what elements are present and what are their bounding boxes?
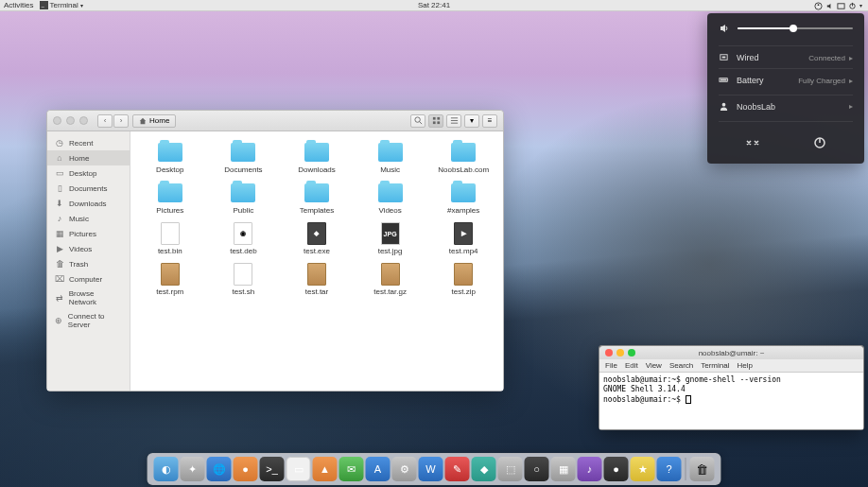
dock-tool5[interactable]: ▦ (551, 457, 576, 481)
settings-button[interactable] (741, 131, 764, 154)
list-view-button[interactable] (446, 114, 461, 128)
icon-view-button[interactable] (428, 114, 443, 128)
dock-finder[interactable]: ◐ (154, 457, 179, 481)
network-row[interactable]: Wired Connected▸ (719, 45, 853, 68)
dock-tool2[interactable]: ◆ (472, 457, 496, 481)
volume-slider[interactable] (738, 27, 853, 29)
file-item[interactable]: Desktop (134, 139, 206, 176)
sidebar-item-music[interactable]: ♪Music (47, 211, 130, 226)
dock-files[interactable]: ▭ (286, 457, 311, 481)
file-item[interactable]: test.zip (427, 261, 499, 298)
file-item[interactable]: Public (208, 180, 280, 217)
sidebar-item-home[interactable]: ⌂Home (47, 150, 130, 165)
file-item[interactable]: JPGtest.jpg (355, 220, 426, 257)
network-icon[interactable] (837, 2, 844, 9)
close-button[interactable] (605, 349, 613, 357)
dock-chat[interactable]: ✉ (339, 457, 364, 481)
terminal-output[interactable]: noobslab@umair:~$ gnome-shell --version … (599, 373, 863, 429)
search-button[interactable] (410, 114, 425, 128)
sidebar-item-label: Browse Network (69, 289, 122, 306)
dock-terminal[interactable]: >_ (260, 457, 285, 481)
dock-help[interactable]: ? (657, 457, 682, 481)
clock[interactable]: Sat 22:41 (418, 1, 450, 9)
sidebar-item-downloads[interactable]: ⬇Downloads (47, 196, 130, 211)
minimize-button[interactable] (616, 349, 624, 357)
menu-chevron-icon[interactable]: ▾ (859, 2, 862, 9)
sidebar-item-desktop[interactable]: ▭Desktop (47, 165, 130, 181)
view-options-button[interactable]: ▾ (464, 114, 479, 128)
file-item[interactable]: Documents (208, 139, 280, 176)
terminal-titlebar[interactable]: noobslab@umair: ~ (599, 346, 863, 359)
sidebar-item-computer[interactable]: ⌧Computer (47, 271, 130, 287)
dock-settings[interactable]: ⚙ (392, 457, 417, 481)
close-button[interactable] (53, 116, 61, 125)
menu-file[interactable]: File (605, 361, 617, 370)
dock-tool7[interactable]: ● (604, 457, 629, 481)
accessibility-icon[interactable] (814, 2, 822, 9)
back-button[interactable]: ‹ (97, 114, 113, 128)
sidebar-item-browse-network[interactable]: ⇄Browse Network (47, 287, 130, 309)
menu-button[interactable]: ≡ (482, 114, 497, 128)
power-button[interactable] (808, 131, 831, 154)
sidebar-item-trash[interactable]: 🗑Trash (47, 256, 130, 271)
file-item[interactable]: test.tar.gz (355, 261, 426, 298)
sidebar-item-documents[interactable]: ▯Documents (47, 181, 130, 196)
file-item[interactable]: test.tar (281, 261, 353, 298)
file-item[interactable]: NoobsLab.com (427, 139, 499, 176)
sidebar-item-videos[interactable]: ▶Videos (47, 241, 130, 256)
file-item[interactable]: ▶test.mp4 (427, 220, 499, 257)
file-item[interactable]: Music (355, 139, 426, 176)
folder-icon (304, 143, 329, 162)
dock-tool3[interactable]: ⬚ (498, 457, 523, 481)
menu-view[interactable]: View (646, 361, 662, 370)
svg-rect-10 (727, 79, 728, 81)
file-item[interactable]: test.rpm (134, 261, 206, 298)
maximize-button[interactable] (79, 116, 88, 125)
sidebar-item-label: Documents (69, 184, 107, 193)
comp-icon: ⌧ (55, 274, 64, 284)
file-item[interactable]: test.bin (134, 220, 206, 257)
dock-appstore[interactable]: A (366, 457, 391, 481)
dock-tool1[interactable]: ✎ (445, 457, 470, 481)
maximize-button[interactable] (628, 349, 635, 357)
menu-search[interactable]: Search (669, 361, 693, 370)
dock-tool6[interactable]: ♪ (578, 457, 602, 481)
dock-firefox[interactable]: ● (234, 457, 258, 481)
desktop-icon: ▭ (55, 168, 64, 178)
file-item[interactable]: Pictures (134, 180, 206, 217)
files-window: ‹ › Home ▾ ≡ ◷Recent⌂Home▭Desktop▯Docume… (46, 110, 504, 391)
path-bar[interactable]: Home (132, 114, 176, 128)
svg-point-3 (818, 4, 820, 6)
sidebar-item-pictures[interactable]: ▦Pictures (47, 226, 130, 241)
deb-file-icon: ◉ (234, 222, 252, 245)
dock-vlc[interactable]: ▲ (313, 457, 338, 481)
sidebar-item-connect-to-server[interactable]: ⊕Connect to Server (47, 309, 130, 332)
menu-help[interactable]: Help (737, 361, 752, 370)
menu-terminal[interactable]: Terminal (701, 361, 729, 370)
user-row[interactable]: NoobsLab ▸ (719, 95, 853, 117)
battery-row[interactable]: Battery Fully Charged▸ (719, 68, 853, 91)
file-item[interactable]: Downloads (281, 139, 353, 176)
svg-rect-4 (838, 3, 844, 8)
dock-writer[interactable]: W (419, 457, 443, 481)
file-item[interactable]: test.sh (208, 261, 280, 298)
file-item[interactable]: Templates (281, 180, 353, 217)
minimize-button[interactable] (66, 116, 75, 125)
folder-icon (231, 183, 255, 202)
file-item[interactable]: Videos (355, 180, 426, 217)
app-menu[interactable]: Terminal (50, 1, 78, 9)
dock-tool8[interactable]: ★ (631, 457, 655, 481)
sidebar-item-recent[interactable]: ◷Recent (47, 135, 130, 150)
file-item[interactable]: #xamples (427, 180, 499, 217)
dock-tool4[interactable]: ○ (525, 457, 549, 481)
volume-icon[interactable] (825, 2, 833, 9)
dock-trash[interactable]: 🗑 (690, 457, 715, 481)
file-item[interactable]: ◉test.deb (208, 220, 280, 257)
activities-button[interactable]: Activities (4, 1, 34, 9)
menu-edit[interactable]: Edit (625, 361, 638, 370)
file-item[interactable]: ◆test.exe (281, 220, 353, 257)
dock-safari[interactable]: ✦ (181, 457, 205, 481)
forward-button[interactable]: › (113, 114, 129, 128)
dock-globe[interactable]: 🌐 (207, 457, 232, 481)
power-icon[interactable] (848, 2, 856, 9)
